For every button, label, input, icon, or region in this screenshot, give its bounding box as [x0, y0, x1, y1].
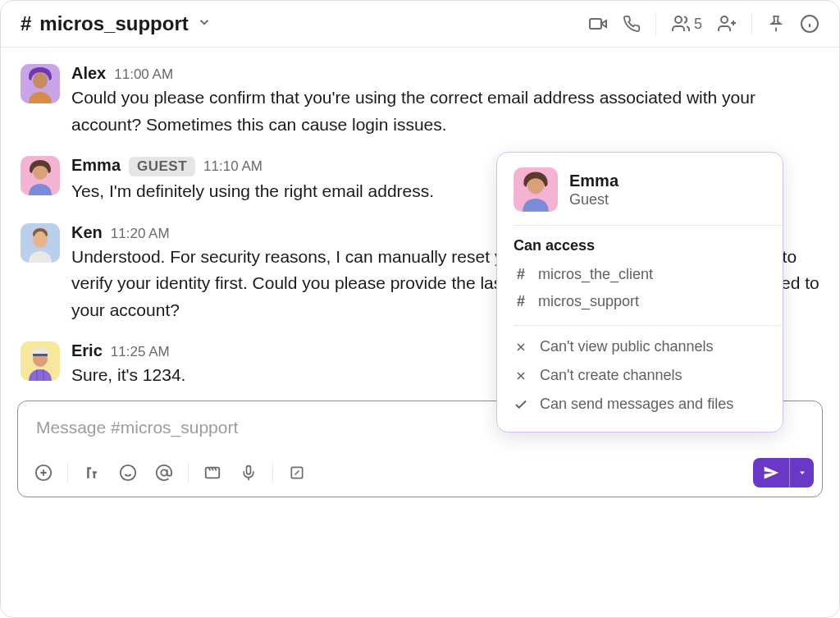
popup-user-name: Emma	[569, 172, 619, 190]
permission-row: Can't view public channels	[497, 332, 783, 361]
toolbar-divider	[67, 462, 68, 483]
message-author[interactable]: Ken	[71, 223, 103, 242]
svg-rect-13	[33, 354, 48, 356]
message-text: Could you please confirm that you're usi…	[71, 85, 819, 138]
attach-icon[interactable]	[28, 457, 59, 488]
permission-label: Can't view public channels	[540, 338, 714, 355]
chevron-down-icon	[197, 15, 212, 33]
toolbar-divider	[188, 462, 189, 483]
composer-toolbar	[18, 457, 822, 497]
emoji-icon[interactable]	[112, 457, 144, 488]
guest-badge: GUEST	[129, 157, 195, 176]
message-author[interactable]: Eric	[71, 341, 103, 360]
popup-channel-name: micros_the_client	[538, 266, 653, 283]
toolbar-divider	[272, 462, 273, 483]
avatar[interactable]	[21, 156, 60, 195]
record-video-icon[interactable]	[197, 457, 228, 488]
member-count: 5	[694, 16, 702, 33]
popup-avatar	[514, 167, 558, 212]
message-timestamp: 11:20 AM	[111, 226, 170, 242]
popup-access-title: Can access	[514, 237, 766, 254]
send-button[interactable]	[753, 458, 789, 488]
avatar[interactable]	[21, 223, 60, 263]
permission-row: Can't create channels	[497, 361, 783, 390]
popup-channel-row[interactable]: #micros_the_client	[514, 261, 766, 288]
header-divider	[751, 12, 752, 35]
svg-point-20	[161, 469, 167, 475]
message-author[interactable]: Alex	[71, 64, 106, 83]
svg-point-3	[721, 16, 728, 23]
message-timestamp: 11:00 AM	[114, 66, 173, 83]
add-user-icon[interactable]	[717, 14, 737, 34]
formatting-icon[interactable]	[76, 457, 107, 488]
avatar[interactable]	[21, 64, 60, 103]
channel-name: micros_support	[39, 12, 188, 35]
x-icon	[514, 340, 528, 355]
header-actions: 5	[588, 12, 819, 35]
avatar[interactable]	[21, 341, 60, 381]
check-icon	[514, 397, 528, 412]
svg-point-17	[121, 465, 135, 480]
mention-icon[interactable]	[148, 457, 180, 488]
shortcuts-icon[interactable]	[281, 457, 313, 488]
svg-rect-0	[590, 19, 601, 29]
svg-rect-22	[247, 465, 251, 474]
popup-channel-name: micros_support	[538, 293, 639, 310]
popup-channel-row[interactable]: #micros_support	[514, 288, 766, 315]
svg-point-9	[33, 72, 48, 89]
x-icon	[514, 369, 528, 383]
message-row: Alex 11:00 AM Could you please confirm t…	[21, 54, 819, 146]
message-timestamp: 11:25 AM	[111, 344, 170, 360]
pin-icon[interactable]	[767, 15, 785, 33]
popup-user-role: Guest	[569, 191, 619, 208]
permission-row: Can send messages and files	[497, 390, 783, 419]
permission-label: Can send messages and files	[540, 396, 733, 413]
hash-icon: #	[21, 12, 31, 35]
channel-header: # micros_support 5	[1, 1, 839, 48]
phone-call-icon[interactable]	[623, 15, 641, 33]
svg-point-2	[675, 16, 682, 23]
members-button[interactable]: 5	[671, 14, 702, 34]
message-timestamp: 11:10 AM	[203, 158, 262, 175]
header-divider	[655, 12, 656, 35]
permission-label: Can't create channels	[540, 367, 682, 384]
svg-marker-25	[800, 471, 805, 474]
send-options-button[interactable]	[789, 458, 814, 488]
info-icon[interactable]	[800, 14, 819, 34]
message-author[interactable]: Emma	[71, 156, 121, 175]
channel-title-button[interactable]: # micros_support	[21, 12, 212, 35]
composer-placeholder: Message #micros_support	[36, 418, 238, 437]
record-audio-icon[interactable]	[233, 457, 264, 488]
video-call-icon[interactable]	[588, 14, 608, 34]
hash-icon: #	[514, 293, 528, 310]
hash-icon: #	[514, 266, 528, 283]
user-info-popup: Emma Guest Can access #micros_the_client…	[496, 152, 783, 433]
